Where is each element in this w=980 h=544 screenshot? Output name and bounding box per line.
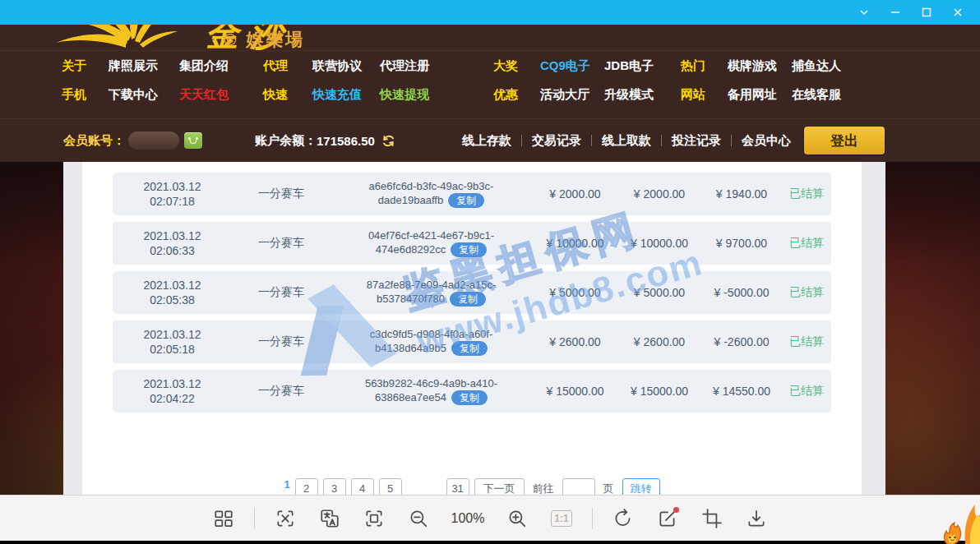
maximize-icon[interactable]	[911, 0, 942, 25]
bet-amount: ¥ 5000.00	[532, 286, 618, 299]
valid-amount: ¥ 10000.00	[618, 237, 700, 250]
nav-hot-group[interactable]: 热门	[681, 58, 705, 74]
edit-icon[interactable]	[654, 505, 682, 532]
nav-activity-hall[interactable]: 活动大厅	[540, 87, 589, 103]
site-logo[interactable]: 金沙 © 娛樂場	[0, 25, 980, 51]
copy-button[interactable]: 复制	[451, 242, 487, 257]
copy-button[interactable]: 复制	[451, 390, 488, 405]
nav-agent-group[interactable]: 代理	[263, 58, 288, 74]
link-member-center[interactable]: 会员中心	[742, 133, 791, 149]
nav-upgrade-mode[interactable]: 升级模式	[604, 87, 654, 103]
divider	[731, 135, 732, 146]
link-bet-records[interactable]: 投注记录	[672, 133, 721, 149]
ocr-scan-icon[interactable]	[271, 505, 299, 532]
bet-time: 2021.03.1202:04:22	[113, 376, 232, 406]
pagination: 1 2 3 4 5 31 下一页 前往 页 跳转	[82, 478, 862, 495]
nav-board-games[interactable]: 棋牌游戏	[728, 58, 777, 74]
site-body: 2021.03.1202:07:18 一分赛车 a6e6fc6d-b3fc-49…	[0, 162, 980, 495]
minimize-icon[interactable]	[880, 0, 911, 25]
next-page-button[interactable]: 下一页	[474, 478, 525, 495]
table-row: 2021.03.1202:06:33 一分赛车 04ef76cf-e421-4e…	[113, 222, 831, 265]
chat-icon[interactable]	[184, 132, 202, 149]
nav-mobile-group[interactable]: 手机	[62, 87, 86, 103]
bet-time: 2021.03.1202:06:33	[113, 228, 232, 258]
zoom-out-icon[interactable]	[404, 505, 432, 532]
page-button[interactable]: 3	[323, 478, 346, 495]
nav-jackpot-group[interactable]: 大奖	[493, 58, 518, 74]
page-button-last[interactable]: 31	[446, 478, 469, 495]
account-username-redacted	[128, 131, 179, 150]
account-label: 会员账号：	[63, 133, 125, 149]
balance-label: 账户余额：	[255, 133, 317, 149]
logout-button[interactable]: 登出	[804, 127, 885, 154]
main-nav: 关于 牌照展示 集团介绍 代理 联营协议 代理注册 大奖 CQ9电子 JDB电子…	[0, 51, 980, 119]
nav-fast-group[interactable]: 快速	[263, 87, 288, 103]
divider	[592, 508, 593, 529]
win-loss: ¥ 14550.00	[700, 385, 783, 398]
nav-site-group[interactable]: 网站	[681, 87, 705, 103]
nav-cq9-games[interactable]: CQ9电子	[540, 58, 590, 74]
nav-online-service[interactable]: 在线客服	[792, 87, 841, 103]
win-loss: ¥ -2600.00	[700, 335, 783, 348]
table-row: 2021.03.1202:05:18 一分赛车 c3dc9fd5-d908-4f…	[113, 320, 831, 363]
nav-group-intro[interactable]: 集团介绍	[179, 58, 229, 74]
close-icon[interactable]	[942, 0, 973, 25]
refresh-balance-icon[interactable]	[381, 134, 395, 148]
nav-fast-deposit[interactable]: 快速充值	[312, 87, 362, 103]
page-unit-label: 页	[603, 478, 614, 495]
link-online-withdraw[interactable]: 线上取款	[602, 133, 651, 149]
nav-fishing-master[interactable]: 捕鱼达人	[792, 58, 841, 74]
nav-jdb-games[interactable]: JDB电子	[604, 58, 654, 74]
member-quick-links: 线上存款 交易记录 线上取款 投注记录 会员中心	[462, 133, 791, 149]
nav-backup-url[interactable]: 备用网址	[728, 87, 777, 103]
nav-joint-agreement[interactable]: 联营协议	[312, 58, 362, 74]
bet-time: 2021.03.1202:05:18	[113, 327, 232, 357]
nav-download-center[interactable]: 下载中心	[109, 87, 158, 103]
copy-button[interactable]: 复制	[450, 292, 486, 307]
download-icon[interactable]	[742, 505, 770, 532]
copy-button[interactable]: 复制	[451, 341, 488, 356]
layout-grid-icon[interactable]	[210, 505, 238, 532]
site-header: 金沙 © 娛樂場 关于 牌照展示 集团介绍 代理 联营协议 代理注册 大奖 CQ…	[0, 25, 980, 119]
page-button[interactable]: 4	[351, 478, 374, 495]
table-row: 2021.03.1202:04:22 一分赛车 563b9282-46c9-4a…	[113, 370, 831, 413]
rotate-icon[interactable]	[609, 505, 637, 532]
status-badge: 已结算	[783, 236, 830, 251]
game-name: 一分赛车	[232, 334, 331, 349]
one-to-one-icon: 1:1	[548, 505, 576, 532]
bet-amount: ¥ 2600.00	[532, 335, 618, 348]
nav-promo-group[interactable]: 优惠	[493, 87, 518, 103]
divider	[521, 135, 522, 146]
link-online-deposit[interactable]: 线上存款	[462, 133, 511, 149]
valid-amount: ¥ 15000.00	[618, 385, 700, 398]
zoom-in-icon[interactable]	[503, 505, 531, 532]
link-trade-records[interactable]: 交易记录	[532, 133, 581, 149]
translate-icon[interactable]	[316, 505, 344, 532]
chevron-down-icon[interactable]	[848, 0, 880, 25]
nav-about-group[interactable]: 关于	[62, 58, 86, 74]
page-current[interactable]: 1	[284, 478, 289, 491]
valid-amount: ¥ 2000.00	[618, 187, 700, 201]
win-loss: ¥ 1940.00	[700, 187, 783, 201]
game-name: 一分赛车	[232, 285, 331, 300]
fit-screen-icon[interactable]	[360, 505, 388, 532]
jump-button[interactable]: 跳转	[622, 478, 660, 495]
nav-fast-withdraw[interactable]: 快速提现	[380, 87, 429, 103]
valid-amount: ¥ 2600.00	[618, 335, 700, 348]
logo-suffix-text: © 娛樂場	[224, 28, 305, 51]
bet-time: 2021.03.1202:07:18	[113, 179, 232, 209]
page-button[interactable]: 5	[379, 478, 402, 495]
nav-daily-redpacket[interactable]: 天天红包	[179, 87, 229, 103]
goto-page-input[interactable]	[562, 478, 595, 495]
crop-icon[interactable]	[698, 505, 726, 532]
member-bar: 会员账号： 账户余额： 171586.50 线上存款 交易记录 线上取款 投注记…	[0, 119, 980, 162]
nav-license-display[interactable]: 牌照展示	[109, 58, 158, 74]
valid-amount: ¥ 5000.00	[618, 286, 700, 299]
page-button[interactable]: 2	[295, 478, 318, 495]
game-name: 一分赛车	[232, 236, 331, 251]
order-id: 563b9282-46c9-4a9b-a410- 63868ea7ee54复制	[331, 377, 532, 405]
copy-button[interactable]: 复制	[448, 193, 484, 208]
nav-agent-register[interactable]: 代理注册	[380, 58, 429, 74]
divider	[591, 135, 592, 146]
viewer-toolbar: 100% 1:1	[0, 495, 980, 541]
